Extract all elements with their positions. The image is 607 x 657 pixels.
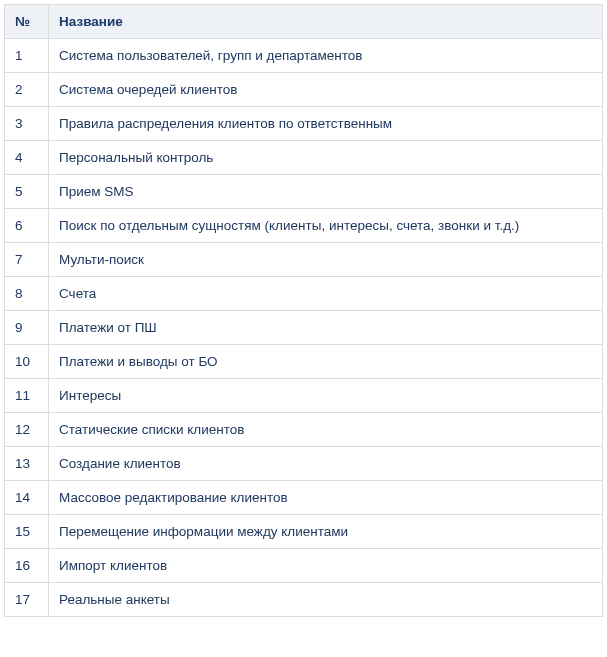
- cell-num: 17: [5, 583, 49, 617]
- cell-num: 11: [5, 379, 49, 413]
- cell-name: Перемещение информации между клиентами: [49, 515, 603, 549]
- cell-name: Импорт клиентов: [49, 549, 603, 583]
- cell-name: Интересы: [49, 379, 603, 413]
- table-row: 4Персональный контроль: [5, 141, 603, 175]
- column-header-name: Название: [49, 5, 603, 39]
- cell-num: 3: [5, 107, 49, 141]
- column-header-num: №: [5, 5, 49, 39]
- cell-name: Массовое редактирование клиентов: [49, 481, 603, 515]
- table-row: 17Реальные анкеты: [5, 583, 603, 617]
- cell-num: 8: [5, 277, 49, 311]
- table-header-row: № Название: [5, 5, 603, 39]
- cell-name: Правила распределения клиентов по ответс…: [49, 107, 603, 141]
- table-row: 10Платежи и выводы от БО: [5, 345, 603, 379]
- cell-name: Счета: [49, 277, 603, 311]
- cell-name: Статические списки клиентов: [49, 413, 603, 447]
- cell-name: Создание клиентов: [49, 447, 603, 481]
- cell-num: 9: [5, 311, 49, 345]
- table-body: 1Система пользователей, групп и департам…: [5, 39, 603, 617]
- cell-num: 6: [5, 209, 49, 243]
- cell-num: 4: [5, 141, 49, 175]
- table-row: 16Импорт клиентов: [5, 549, 603, 583]
- features-table: № Название 1Система пользователей, групп…: [4, 4, 603, 617]
- cell-name: Реальные анкеты: [49, 583, 603, 617]
- cell-name: Платежи и выводы от БО: [49, 345, 603, 379]
- table-row: 14Массовое редактирование клиентов: [5, 481, 603, 515]
- cell-num: 2: [5, 73, 49, 107]
- cell-name: Платежи от ПШ: [49, 311, 603, 345]
- cell-name: Система очередей клиентов: [49, 73, 603, 107]
- cell-num: 10: [5, 345, 49, 379]
- cell-num: 7: [5, 243, 49, 277]
- table-row: 13Создание клиентов: [5, 447, 603, 481]
- table-row: 2Система очередей клиентов: [5, 73, 603, 107]
- table-row: 5Прием SMS: [5, 175, 603, 209]
- table-row: 8Счета: [5, 277, 603, 311]
- cell-num: 5: [5, 175, 49, 209]
- cell-name: Персональный контроль: [49, 141, 603, 175]
- table-row: 11Интересы: [5, 379, 603, 413]
- table-row: 1Система пользователей, групп и департам…: [5, 39, 603, 73]
- table-row: 3Правила распределения клиентов по ответ…: [5, 107, 603, 141]
- cell-num: 1: [5, 39, 49, 73]
- cell-name: Поиск по отдельным сущностям (клиенты, и…: [49, 209, 603, 243]
- cell-name: Система пользователей, групп и департаме…: [49, 39, 603, 73]
- cell-num: 12: [5, 413, 49, 447]
- table-row: 9Платежи от ПШ: [5, 311, 603, 345]
- cell-num: 13: [5, 447, 49, 481]
- cell-num: 15: [5, 515, 49, 549]
- cell-num: 16: [5, 549, 49, 583]
- table-row: 6Поиск по отдельным сущностям (клиенты, …: [5, 209, 603, 243]
- table-row: 15Перемещение информации между клиентами: [5, 515, 603, 549]
- table-row: 12Статические списки клиентов: [5, 413, 603, 447]
- cell-name: Мульти-поиск: [49, 243, 603, 277]
- table-row: 7Мульти-поиск: [5, 243, 603, 277]
- cell-num: 14: [5, 481, 49, 515]
- cell-name: Прием SMS: [49, 175, 603, 209]
